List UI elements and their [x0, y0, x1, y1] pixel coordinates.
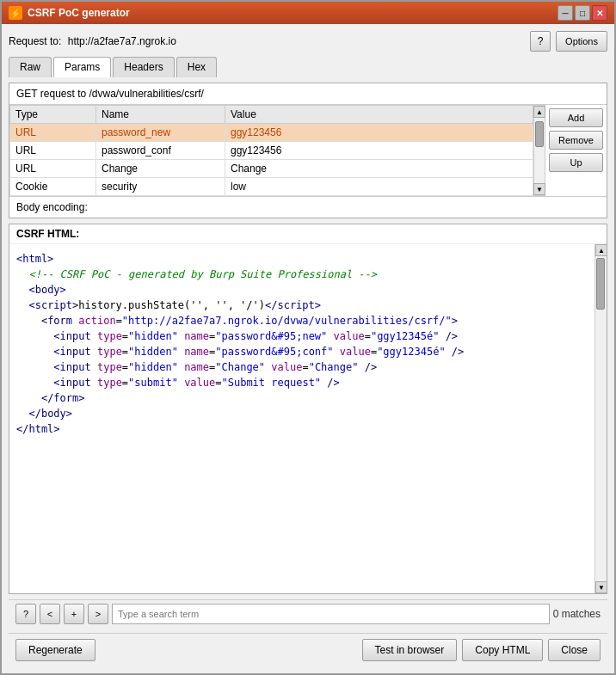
- copy-html-button[interactable]: Copy HTML: [462, 639, 543, 661]
- window-controls: ─ □ ✕: [557, 5, 607, 21]
- tabs-row: Raw Params Headers Hex: [9, 57, 607, 77]
- code-scrollbar-track: [595, 256, 606, 581]
- scrollbar-up-arrow[interactable]: ▲: [533, 106, 545, 118]
- search-next-button[interactable]: >: [88, 604, 108, 624]
- add-button[interactable]: Add: [549, 108, 603, 127]
- title-bar: ⚡ CSRF PoC generator ─ □ ✕: [2, 2, 614, 24]
- request-to-row: Request to: http://a2fae7a7.ngrok.io ? O…: [9, 31, 607, 52]
- cell-name: password_new: [96, 124, 225, 142]
- minimize-button[interactable]: ─: [557, 5, 573, 21]
- tab-headers[interactable]: Headers: [113, 57, 174, 77]
- search-bar: ? < + > 0 matches: [9, 599, 607, 628]
- table-with-buttons: Type Name Value URL password_new ggy1234…: [9, 105, 607, 196]
- tab-raw[interactable]: Raw: [9, 57, 52, 77]
- csrf-html-label: CSRF HTML:: [9, 224, 607, 244]
- help-button[interactable]: ?: [530, 31, 551, 52]
- regenerate-button[interactable]: Regenerate: [15, 639, 95, 661]
- cell-value: low: [225, 178, 533, 196]
- cell-value: ggy123456: [225, 142, 533, 160]
- action-bar: Regenerate Test in browser Copy HTML Clo…: [9, 633, 607, 666]
- cell-value: ggy123456: [225, 124, 533, 142]
- code-area[interactable]: <html> <!-- CSRF PoC - generated by Burp…: [9, 244, 594, 593]
- search-prev-button[interactable]: <: [40, 604, 60, 624]
- side-buttons: Add Remove Up: [545, 105, 607, 175]
- scrollbar-track: [534, 118, 545, 183]
- table-row[interactable]: URL password_new ggy123456: [10, 124, 533, 142]
- header-buttons: ? Options: [530, 31, 607, 52]
- get-request-label: GET request to /dvwa/vulnerabilities/csr…: [9, 83, 607, 105]
- col-name: Name: [96, 106, 225, 124]
- code-scrollbar-up[interactable]: ▲: [595, 244, 607, 256]
- cell-type: URL: [10, 124, 96, 142]
- table-scrollbar[interactable]: ▲ ▼: [533, 105, 545, 196]
- window-close-button[interactable]: ✕: [592, 5, 607, 21]
- search-plus-button[interactable]: +: [64, 604, 84, 624]
- csrf-code: <html> <!-- CSRF PoC - generated by Burp…: [16, 251, 588, 437]
- cell-name: Change: [96, 160, 225, 178]
- code-area-scrollbar[interactable]: ▲ ▼: [594, 244, 607, 593]
- cell-type: URL: [10, 142, 96, 160]
- tab-hex[interactable]: Hex: [176, 57, 217, 77]
- window-title: CSRF PoC generator: [28, 7, 130, 19]
- params-table: Type Name Value URL password_new ggy1234…: [9, 105, 533, 196]
- col-type: Type: [10, 106, 96, 124]
- csrf-poc-window: ⚡ CSRF PoC generator ─ □ ✕ Request to: h…: [0, 0, 616, 675]
- scrollbar-down-arrow[interactable]: ▼: [533, 183, 545, 195]
- title-bar-left: ⚡ CSRF PoC generator: [9, 6, 130, 20]
- scrollbar-thumb[interactable]: [535, 121, 544, 147]
- tab-params[interactable]: Params: [53, 57, 111, 77]
- search-help-button[interactable]: ?: [15, 604, 36, 624]
- app-icon: ⚡: [9, 6, 22, 20]
- table-scroll-area: Type Name Value URL password_new ggy1234…: [9, 105, 545, 196]
- matches-count: 0 matches: [553, 608, 601, 620]
- table-row[interactable]: Cookie security low: [10, 178, 533, 196]
- cell-value: Change: [225, 160, 533, 178]
- options-button[interactable]: Options: [556, 31, 607, 52]
- cell-name: security: [96, 178, 225, 196]
- table-row[interactable]: URL password_conf ggy123456: [10, 142, 533, 160]
- search-input[interactable]: [112, 604, 550, 624]
- code-scrollbar-down[interactable]: ▼: [595, 581, 607, 593]
- cell-type: Cookie: [10, 178, 96, 196]
- cell-type: URL: [10, 160, 96, 178]
- col-value: Value: [225, 106, 533, 124]
- code-scrollbar-thumb[interactable]: [596, 258, 605, 310]
- cell-name: password_conf: [96, 142, 225, 160]
- request-url: http://a2fae7a7.ngrok.io: [68, 35, 176, 47]
- table-row[interactable]: URL Change Change: [10, 160, 533, 178]
- body-encoding-label: Body encoding:: [9, 196, 607, 218]
- remove-button[interactable]: Remove: [549, 131, 603, 150]
- up-button[interactable]: Up: [549, 153, 603, 172]
- maximize-button[interactable]: □: [575, 5, 590, 21]
- close-button[interactable]: Close: [548, 639, 601, 661]
- code-area-container: <html> <!-- CSRF PoC - generated by Burp…: [9, 244, 607, 593]
- right-actions: Test in browser Copy HTML Close: [362, 639, 601, 661]
- params-panel: GET request to /dvwa/vulnerabilities/csr…: [9, 83, 607, 218]
- csrf-html-panel: CSRF HTML: <html> <!-- CSRF PoC - genera…: [9, 224, 607, 594]
- test-in-browser-button[interactable]: Test in browser: [362, 639, 458, 661]
- content-area: Request to: http://a2fae7a7.ngrok.io ? O…: [2, 24, 614, 673]
- request-to-text: Request to: http://a2fae7a7.ngrok.io: [9, 35, 176, 47]
